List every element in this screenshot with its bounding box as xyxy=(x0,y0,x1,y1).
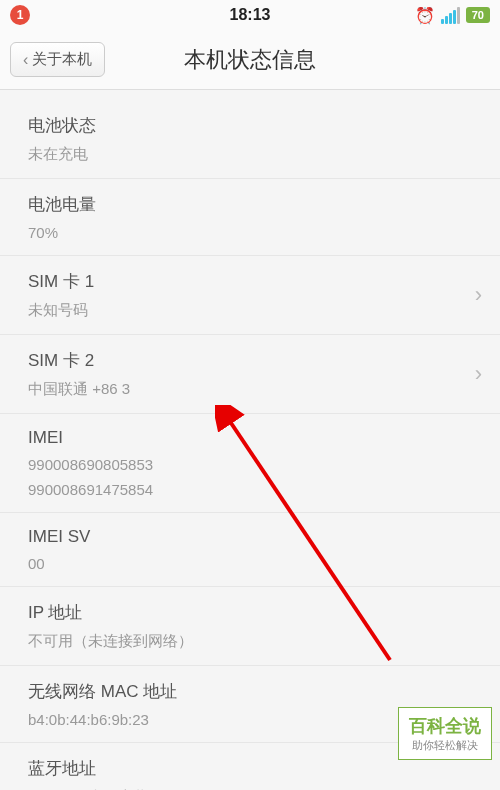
signal-icon xyxy=(441,7,460,24)
back-button[interactable]: ‹ 关于本机 xyxy=(10,42,105,77)
back-label: 关于本机 xyxy=(32,50,92,69)
row-title: 电池状态 xyxy=(28,114,472,137)
alarm-icon: ⏰ xyxy=(415,6,435,25)
row-title: 蓝牙地址 xyxy=(28,757,472,780)
chevron-right-icon: › xyxy=(475,361,482,387)
status-right: ⏰ 70 xyxy=(415,6,490,25)
row-value: 未知号码 xyxy=(28,301,472,320)
row-value: 70% xyxy=(28,224,472,241)
row-value: 00 xyxy=(28,555,472,572)
chevron-right-icon: › xyxy=(475,282,482,308)
row-title: 电池电量 xyxy=(28,193,472,216)
row-ip: IP 地址 不可用（未连接到网络） xyxy=(0,587,500,666)
row-title: IMEI xyxy=(28,428,472,448)
status-left: 1 xyxy=(10,5,30,25)
watermark: 百科全说 助你轻松解决 xyxy=(398,707,492,760)
row-value: 中国联通 +86 3 xyxy=(28,380,472,399)
row-battery-status: 电池状态 未在充电 xyxy=(0,100,500,179)
page-title: 本机状态信息 xyxy=(184,45,316,75)
content-list: 电池状态 未在充电 电池电量 70% SIM 卡 1 未知号码 › SIM 卡 … xyxy=(0,90,500,790)
watermark-title: 百科全说 xyxy=(409,714,481,738)
row-title: SIM 卡 2 xyxy=(28,349,472,372)
notification-badge: 1 xyxy=(10,5,30,25)
row-imei: IMEI 990008690805853 990008691475854 xyxy=(0,414,500,513)
status-bar: 1 18:13 ⏰ 70 xyxy=(0,0,500,30)
row-value: 990008690805853 xyxy=(28,456,472,473)
watermark-sub: 助你轻松解决 xyxy=(409,738,481,753)
row-battery-level: 电池电量 70% xyxy=(0,179,500,256)
row-value: 不可用（未连接到网络） xyxy=(28,632,472,651)
row-value: 未在充电 xyxy=(28,145,472,164)
row-title: IMEI SV xyxy=(28,527,472,547)
row-imei-sv: IMEI SV 00 xyxy=(0,513,500,587)
row-title: 无线网络 MAC 地址 xyxy=(28,680,472,703)
nav-bar: ‹ 关于本机 本机状态信息 xyxy=(0,30,500,90)
row-title: SIM 卡 1 xyxy=(28,270,472,293)
row-value: 990008691475854 xyxy=(28,481,472,498)
row-sim1[interactable]: SIM 卡 1 未知号码 › xyxy=(0,256,500,335)
row-title: IP 地址 xyxy=(28,601,472,624)
battery-badge: 70 xyxy=(466,7,490,23)
chevron-left-icon: ‹ xyxy=(23,51,28,69)
status-time: 18:13 xyxy=(230,6,271,24)
row-sim2[interactable]: SIM 卡 2 中国联通 +86 3 › xyxy=(0,335,500,414)
